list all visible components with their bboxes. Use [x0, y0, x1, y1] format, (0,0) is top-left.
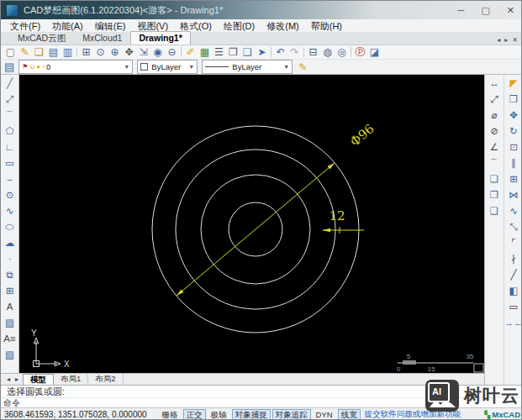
cloud-icon[interactable]: ◎	[335, 45, 349, 60]
list-icon[interactable]: ☰	[212, 45, 226, 60]
rotate-icon[interactable]: ↻	[509, 123, 518, 139]
fillet-icon[interactable]: ⌜	[511, 235, 515, 251]
polygon-icon[interactable]: ⬠	[6, 123, 14, 139]
mtext-icon[interactable]: A≡	[3, 331, 15, 347]
spline-icon[interactable]: ∿	[6, 203, 14, 219]
erase-icon[interactable]: ◤	[510, 76, 518, 92]
break-icon[interactable]: ∤	[511, 251, 516, 267]
menu-help[interactable]: 帮助(H)	[305, 19, 348, 33]
layout-next-icon[interactable]: ▸	[13, 375, 21, 383]
zoom-dynamic-icon[interactable]: ⊙	[93, 45, 108, 60]
diameter-dimension-label[interactable]: Φ96	[347, 121, 377, 150]
redline-icon[interactable]: ✐	[183, 45, 198, 60]
diameter-dimension[interactable]: Φ96	[177, 121, 377, 296]
tab-layout1[interactable]: 布局1	[54, 374, 88, 386]
tabs-next-icon[interactable]: ▸	[504, 36, 508, 44]
linetype-selector[interactable]: ByLayer ▼	[202, 60, 293, 74]
layer-selector[interactable]: ⚑∪●▫ 0 ▼	[18, 60, 133, 74]
dim-edit-icon[interactable]: ❑	[490, 203, 498, 219]
tabs-prev-icon[interactable]: ◂	[497, 36, 500, 44]
maximize-button[interactable]: ▢	[481, 1, 489, 19]
drawing-canvas[interactable]: Φ96 12 Y X 5	[19, 75, 484, 373]
toggle-grid[interactable]: 栅格	[159, 409, 182, 420]
new-file-icon[interactable]: ▢	[3, 45, 18, 60]
print-icon[interactable]: ⊟	[306, 45, 320, 60]
offset-icon[interactable]: ∥	[511, 155, 516, 171]
toggle-lineweight[interactable]: 线宽	[338, 409, 361, 420]
menu-modify[interactable]: 修改(M)	[261, 19, 305, 33]
dim-style-icon[interactable]: ❏	[490, 171, 498, 187]
array-icon[interactable]: ⊞	[509, 171, 518, 187]
linear-dimension-label[interactable]: 12	[329, 208, 345, 223]
image-export-icon[interactable]: ◪	[367, 45, 382, 60]
toggle-polar[interactable]: 极轴	[208, 409, 230, 420]
toggle-dyn[interactable]: DYN	[313, 409, 336, 420]
tab-mxcloud1[interactable]: MxCloud1	[74, 31, 130, 45]
copy-icon[interactable]: ❐	[509, 92, 518, 108]
tab-layout2[interactable]: 布局2	[88, 374, 123, 386]
mirror-icon[interactable]: ⋈	[509, 187, 519, 203]
rectangle-icon[interactable]: ▭	[5, 155, 14, 171]
hatch-icon[interactable]: ▧	[5, 347, 14, 363]
capture-icon[interactable]: ❑	[240, 45, 255, 60]
join-icon[interactable]: →←	[504, 315, 522, 331]
pan-icon[interactable]: ✥	[122, 45, 136, 60]
minimize-button[interactable]: ─	[458, 1, 465, 19]
dim-diameter-icon[interactable]: ⌀	[492, 108, 498, 123]
open-folder-icon[interactable]: ❏	[32, 45, 46, 60]
save-icon[interactable]: ▤	[46, 45, 61, 60]
feedback-link[interactable]: 提交软件问题或增加新功能	[365, 409, 461, 420]
scale-icon[interactable]: ⊡	[509, 139, 518, 155]
dim-radius-icon[interactable]: ⊘	[490, 123, 498, 139]
zoom-object-icon[interactable]: ◉	[150, 45, 165, 60]
chamfer-icon[interactable]: ╱	[511, 267, 517, 283]
arc-icon[interactable]: ⌒	[5, 108, 15, 123]
create-block-icon[interactable]: ⊞	[6, 283, 14, 299]
close-button[interactable]: ✕	[507, 1, 514, 19]
arc-3point-icon[interactable]: ⌣	[7, 171, 13, 187]
stretch-icon[interactable]: ⤡	[509, 219, 517, 235]
revcloud-icon[interactable]: ☁	[5, 235, 15, 251]
layer-manager-icon[interactable]: ▤	[4, 60, 14, 73]
select-icon[interactable]: ➤	[255, 45, 269, 60]
zoom-window-icon[interactable]: ⊞	[79, 45, 93, 60]
toggle-osnap[interactable]: 对象捕捉	[232, 409, 271, 420]
pdf-export-icon[interactable]: Ⓟ	[353, 45, 367, 60]
circle-icon[interactable]: ⊙	[6, 187, 14, 203]
spline-edit-icon[interactable]: ∿	[509, 203, 518, 219]
move-icon[interactable]: ✥	[509, 108, 518, 123]
draw-order-icon[interactable]: ✎	[298, 61, 307, 73]
tabs-close-icon[interactable]: ✕	[512, 36, 518, 44]
quick-dim-icon[interactable]: ❐	[490, 187, 498, 203]
window-icon[interactable]: ❐	[226, 45, 240, 60]
undo-icon[interactable]: ↶	[273, 45, 287, 60]
web-icon[interactable]: ◍	[320, 45, 335, 60]
point-icon[interactable]: ∙	[8, 251, 11, 267]
dim-linear-icon[interactable]: ↔	[489, 76, 499, 92]
table-icon[interactable]: ▦	[198, 45, 212, 60]
toggle-otrack[interactable]: 对象追踪	[272, 409, 311, 420]
open-edit-icon[interactable]: ✎	[18, 45, 32, 60]
layout-prev-icon[interactable]: ◂	[4, 375, 13, 383]
save-as-icon[interactable]: ▥	[61, 45, 75, 60]
command-area[interactable]: 选择圆弧或圆: 命令	[1, 385, 522, 407]
box-3d-icon[interactable]: ◧	[509, 283, 519, 299]
tab-drawing1[interactable]: Drawing1*	[130, 31, 190, 45]
insert-block-icon[interactable]: ⧉	[6, 267, 13, 283]
zoom-scale-icon[interactable]: ⇲	[136, 45, 150, 60]
tab-mxcad-cloud[interactable]: MxCAD云图	[9, 31, 74, 45]
ellipse-icon[interactable]: ⬭	[6, 219, 14, 235]
text-icon[interactable]: A	[7, 299, 13, 315]
toggle-ortho[interactable]: 正交	[183, 409, 206, 420]
region-icon[interactable]: ▭	[509, 299, 519, 315]
dim-angular-icon[interactable]: ∠	[490, 139, 498, 155]
ray-icon[interactable]: ⤢	[6, 92, 13, 108]
line-icon[interactable]: ╱	[7, 76, 13, 92]
dim-arc-icon[interactable]: ⌒	[489, 155, 499, 171]
zoom-previous-icon[interactable]: ⊖	[165, 45, 179, 60]
menu-draw[interactable]: 绘图(D)	[218, 19, 261, 33]
image-icon[interactable]: ▨	[5, 315, 14, 331]
color-selector[interactable]: ByLayer ▼	[137, 60, 198, 74]
dim-aligned-icon[interactable]: ⤢	[490, 92, 498, 108]
tab-model[interactable]: 模型	[23, 374, 54, 386]
